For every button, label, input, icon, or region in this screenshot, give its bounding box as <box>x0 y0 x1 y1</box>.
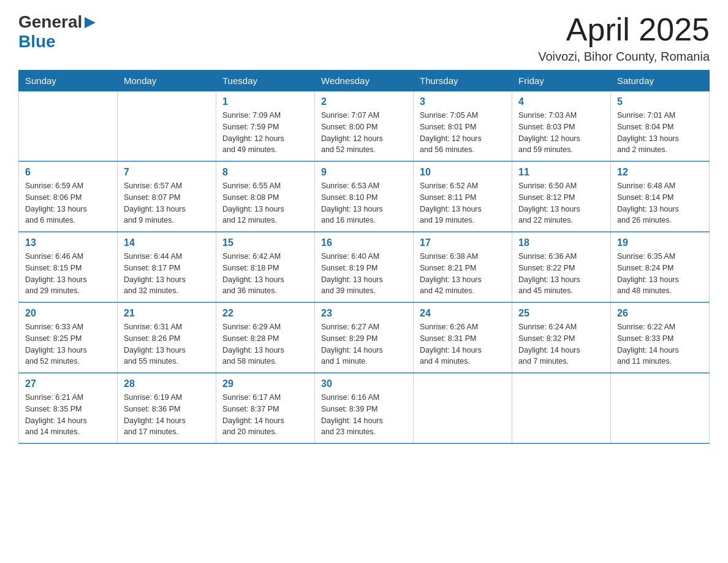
calendar-cell: 8Sunrise: 6:55 AM Sunset: 8:08 PM Daylig… <box>216 161 315 232</box>
calendar-cell: 2Sunrise: 7:07 AM Sunset: 8:00 PM Daylig… <box>315 91 414 162</box>
day-info: Sunrise: 6:21 AM Sunset: 8:35 PM Dayligh… <box>25 392 111 438</box>
calendar-cell: 7Sunrise: 6:57 AM Sunset: 8:07 PM Daylig… <box>118 161 216 232</box>
calendar-cell: 19Sunrise: 6:35 AM Sunset: 8:24 PM Dayli… <box>611 232 710 302</box>
page-header: General Blue April 2025 Voivozi, Bihor C… <box>18 12 710 64</box>
day-number: 17 <box>420 237 506 248</box>
calendar-cell <box>19 91 118 162</box>
weekday-header: Wednesday <box>315 71 414 91</box>
calendar-cell <box>611 373 710 443</box>
day-number: 13 <box>25 237 111 248</box>
day-info: Sunrise: 7:07 AM Sunset: 8:00 PM Dayligh… <box>321 110 407 156</box>
day-info: Sunrise: 6:57 AM Sunset: 8:07 PM Dayligh… <box>124 180 210 226</box>
day-info: Sunrise: 6:29 AM Sunset: 8:28 PM Dayligh… <box>222 321 308 367</box>
calendar-cell: 5Sunrise: 7:01 AM Sunset: 8:04 PM Daylig… <box>611 91 710 162</box>
calendar-cell: 6Sunrise: 6:59 AM Sunset: 8:06 PM Daylig… <box>19 161 118 232</box>
calendar-cell: 26Sunrise: 6:22 AM Sunset: 8:33 PM Dayli… <box>611 302 710 373</box>
day-info: Sunrise: 7:09 AM Sunset: 7:59 PM Dayligh… <box>222 110 308 156</box>
logo-general: General <box>18 12 82 32</box>
title-block: April 2025 Voivozi, Bihor County, Romani… <box>538 12 710 64</box>
day-info: Sunrise: 7:03 AM Sunset: 8:03 PM Dayligh… <box>518 110 604 156</box>
calendar-cell <box>512 373 611 443</box>
day-info: Sunrise: 7:01 AM Sunset: 8:04 PM Dayligh… <box>617 110 703 156</box>
calendar-cell: 14Sunrise: 6:44 AM Sunset: 8:17 PM Dayli… <box>118 232 216 302</box>
day-info: Sunrise: 6:22 AM Sunset: 8:33 PM Dayligh… <box>617 321 703 367</box>
month-year-title: April 2025 <box>538 12 710 47</box>
calendar-cell <box>118 91 216 162</box>
day-number: 16 <box>321 237 407 248</box>
day-info: Sunrise: 6:27 AM Sunset: 8:29 PM Dayligh… <box>321 321 407 367</box>
day-info: Sunrise: 6:52 AM Sunset: 8:11 PM Dayligh… <box>420 180 506 226</box>
day-number: 21 <box>124 308 210 319</box>
day-info: Sunrise: 6:19 AM Sunset: 8:36 PM Dayligh… <box>124 392 210 438</box>
svg-marker-0 <box>85 17 96 28</box>
day-number: 22 <box>222 308 308 319</box>
calendar-table: SundayMondayTuesdayWednesdayThursdayFrid… <box>18 70 710 444</box>
day-info: Sunrise: 6:40 AM Sunset: 8:19 PM Dayligh… <box>321 251 407 297</box>
day-info: Sunrise: 6:46 AM Sunset: 8:15 PM Dayligh… <box>25 251 111 297</box>
calendar-cell: 13Sunrise: 6:46 AM Sunset: 8:15 PM Dayli… <box>19 232 118 302</box>
day-number: 15 <box>222 237 308 248</box>
weekday-header: Monday <box>118 71 216 91</box>
day-number: 2 <box>321 96 407 107</box>
day-info: Sunrise: 6:42 AM Sunset: 8:18 PM Dayligh… <box>222 251 308 297</box>
day-number: 7 <box>124 167 210 178</box>
day-info: Sunrise: 6:53 AM Sunset: 8:10 PM Dayligh… <box>321 180 407 226</box>
calendar-cell: 12Sunrise: 6:48 AM Sunset: 8:14 PM Dayli… <box>611 161 710 232</box>
calendar-cell <box>414 373 512 443</box>
day-info: Sunrise: 6:26 AM Sunset: 8:31 PM Dayligh… <box>420 321 506 367</box>
calendar-cell: 1Sunrise: 7:09 AM Sunset: 7:59 PM Daylig… <box>216 91 315 162</box>
calendar-cell: 30Sunrise: 6:16 AM Sunset: 8:39 PM Dayli… <box>315 373 414 443</box>
day-info: Sunrise: 6:55 AM Sunset: 8:08 PM Dayligh… <box>222 180 308 226</box>
day-number: 27 <box>25 378 111 389</box>
calendar-cell: 17Sunrise: 6:38 AM Sunset: 8:21 PM Dayli… <box>414 232 512 302</box>
calendar-cell: 29Sunrise: 6:17 AM Sunset: 8:37 PM Dayli… <box>216 373 315 443</box>
day-info: Sunrise: 6:17 AM Sunset: 8:37 PM Dayligh… <box>222 392 308 438</box>
day-info: Sunrise: 6:31 AM Sunset: 8:26 PM Dayligh… <box>124 321 210 367</box>
calendar-cell: 25Sunrise: 6:24 AM Sunset: 8:32 PM Dayli… <box>512 302 611 373</box>
calendar-cell: 23Sunrise: 6:27 AM Sunset: 8:29 PM Dayli… <box>315 302 414 373</box>
calendar-cell: 27Sunrise: 6:21 AM Sunset: 8:35 PM Dayli… <box>19 373 118 443</box>
day-number: 19 <box>617 237 703 248</box>
day-number: 23 <box>321 308 407 319</box>
calendar-cell: 15Sunrise: 6:42 AM Sunset: 8:18 PM Dayli… <box>216 232 315 302</box>
weekday-header: Friday <box>512 71 611 91</box>
calendar-cell: 22Sunrise: 6:29 AM Sunset: 8:28 PM Dayli… <box>216 302 315 373</box>
logo-arrow-icon <box>83 16 97 29</box>
day-number: 1 <box>222 96 308 107</box>
calendar-cell: 21Sunrise: 6:31 AM Sunset: 8:26 PM Dayli… <box>118 302 216 373</box>
weekday-header: Tuesday <box>216 71 315 91</box>
day-number: 20 <box>25 308 111 319</box>
calendar-cell: 11Sunrise: 6:50 AM Sunset: 8:12 PM Dayli… <box>512 161 611 232</box>
calendar-week-row: 20Sunrise: 6:33 AM Sunset: 8:25 PM Dayli… <box>19 302 710 373</box>
day-info: Sunrise: 6:16 AM Sunset: 8:39 PM Dayligh… <box>321 392 407 438</box>
calendar-week-row: 1Sunrise: 7:09 AM Sunset: 7:59 PM Daylig… <box>19 91 710 162</box>
day-info: Sunrise: 6:48 AM Sunset: 8:14 PM Dayligh… <box>617 180 703 226</box>
day-info: Sunrise: 6:59 AM Sunset: 8:06 PM Dayligh… <box>25 180 111 226</box>
day-number: 28 <box>124 378 210 389</box>
calendar-cell: 16Sunrise: 6:40 AM Sunset: 8:19 PM Dayli… <box>315 232 414 302</box>
calendar-week-row: 13Sunrise: 6:46 AM Sunset: 8:15 PM Dayli… <box>19 232 710 302</box>
calendar-cell: 4Sunrise: 7:03 AM Sunset: 8:03 PM Daylig… <box>512 91 611 162</box>
day-number: 18 <box>518 237 604 248</box>
day-number: 12 <box>617 167 703 178</box>
location-subtitle: Voivozi, Bihor County, Romania <box>538 50 710 64</box>
calendar-cell: 24Sunrise: 6:26 AM Sunset: 8:31 PM Dayli… <box>414 302 512 373</box>
calendar-cell: 10Sunrise: 6:52 AM Sunset: 8:11 PM Dayli… <box>414 161 512 232</box>
logo-blue: Blue <box>18 32 56 52</box>
day-info: Sunrise: 6:38 AM Sunset: 8:21 PM Dayligh… <box>420 251 506 297</box>
day-info: Sunrise: 6:33 AM Sunset: 8:25 PM Dayligh… <box>25 321 111 367</box>
day-number: 26 <box>617 308 703 319</box>
day-info: Sunrise: 7:05 AM Sunset: 8:01 PM Dayligh… <box>420 110 506 156</box>
day-number: 8 <box>222 167 308 178</box>
weekday-header: Thursday <box>414 71 512 91</box>
day-number: 30 <box>321 378 407 389</box>
day-number: 9 <box>321 167 407 178</box>
day-number: 3 <box>420 96 506 107</box>
calendar-cell: 28Sunrise: 6:19 AM Sunset: 8:36 PM Dayli… <box>118 373 216 443</box>
day-number: 5 <box>617 96 703 107</box>
logo: General Blue <box>18 12 97 52</box>
day-info: Sunrise: 6:44 AM Sunset: 8:17 PM Dayligh… <box>124 251 210 297</box>
weekday-header: Sunday <box>19 71 118 91</box>
weekday-header: Saturday <box>611 71 710 91</box>
day-number: 24 <box>420 308 506 319</box>
